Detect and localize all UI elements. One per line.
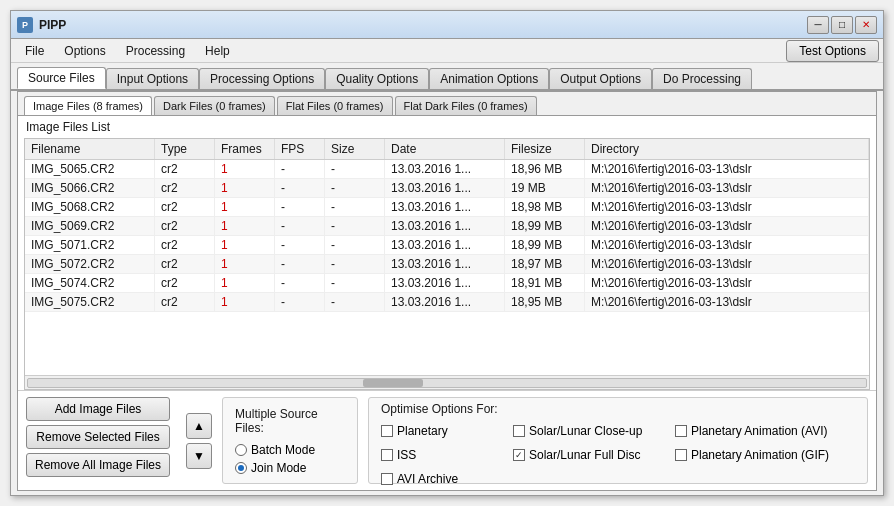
cell-date: 13.03.2016 1... (385, 293, 505, 311)
checkbox-planetary[interactable] (381, 425, 393, 437)
cell-directory: M:\2016\fertig\2016-03-13\dslr (585, 293, 869, 311)
scrollbar-thumb[interactable] (363, 379, 423, 387)
add-image-files-button[interactable]: Add Image Files (26, 397, 170, 421)
table-row[interactable]: IMG_5069.CR2 cr2 1 - - 13.03.2016 1... 1… (25, 217, 869, 236)
cell-frames: 1 (215, 179, 275, 197)
cell-frames: 1 (215, 160, 275, 178)
cell-directory: M:\2016\fertig\2016-03-13\dslr (585, 255, 869, 273)
cell-filename: IMG_5071.CR2 (25, 236, 155, 254)
subtab-dark-files[interactable]: Dark Files (0 frames) (154, 96, 275, 115)
col-fps: FPS (275, 139, 325, 159)
cell-date: 13.03.2016 1... (385, 179, 505, 197)
horizontal-scrollbar[interactable] (25, 375, 869, 389)
cell-type: cr2 (155, 179, 215, 197)
col-type: Type (155, 139, 215, 159)
table-row[interactable]: IMG_5075.CR2 cr2 1 - - 13.03.2016 1... 1… (25, 293, 869, 312)
check-planetary-gif[interactable]: Planetary Animation (GIF) (675, 444, 855, 466)
minimize-button[interactable]: ─ (807, 16, 829, 34)
table-row[interactable]: IMG_5068.CR2 cr2 1 - - 13.03.2016 1... 1… (25, 198, 869, 217)
tab-output-options[interactable]: Output Options (549, 68, 652, 89)
tab-do-processing[interactable]: Do Processing (652, 68, 752, 89)
optimise-grid: Planetary Solar/Lunar Close-up Planetary… (381, 420, 855, 490)
test-options-button[interactable]: Test Options (786, 40, 879, 62)
menu-processing[interactable]: Processing (116, 42, 195, 60)
title-bar: P PIPP ─ □ ✕ (11, 11, 883, 39)
cell-directory: M:\2016\fertig\2016-03-13\dslr (585, 217, 869, 235)
table-row[interactable]: IMG_5074.CR2 cr2 1 - - 13.03.2016 1... 1… (25, 274, 869, 293)
cell-filename: IMG_5074.CR2 (25, 274, 155, 292)
checkbox-solar-full[interactable] (513, 449, 525, 461)
tab-animation-options[interactable]: Animation Options (429, 68, 549, 89)
maximize-button[interactable]: □ (831, 16, 853, 34)
table-row[interactable]: IMG_5066.CR2 cr2 1 - - 13.03.2016 1... 1… (25, 179, 869, 198)
move-down-button[interactable]: ▼ (186, 443, 212, 469)
menu-bar: File Options Processing Help Test Option… (11, 39, 883, 63)
label-solar-close: Solar/Lunar Close-up (529, 424, 642, 438)
checkbox-planetary-avi[interactable] (675, 425, 687, 437)
cell-type: cr2 (155, 274, 215, 292)
col-frames: Frames (215, 139, 275, 159)
check-avi-archive[interactable]: AVI Archive (381, 468, 511, 490)
cell-date: 13.03.2016 1... (385, 236, 505, 254)
menu-options[interactable]: Options (54, 42, 115, 60)
col-size: Size (325, 139, 385, 159)
label-planetary: Planetary (397, 424, 448, 438)
menu-help[interactable]: Help (195, 42, 240, 60)
subtabs: Image Files (8 frames) Dark Files (0 fra… (18, 92, 876, 116)
cell-size: - (325, 274, 385, 292)
table-row[interactable]: IMG_5071.CR2 cr2 1 - - 13.03.2016 1... 1… (25, 236, 869, 255)
tab-quality-options[interactable]: Quality Options (325, 68, 429, 89)
radio-batch-mode[interactable]: Batch Mode (235, 443, 345, 457)
checkbox-avi-archive[interactable] (381, 473, 393, 485)
close-button[interactable]: ✕ (855, 16, 877, 34)
radio-batch-circle (235, 444, 247, 456)
radio-join-label: Join Mode (251, 461, 306, 475)
cell-filename: IMG_5068.CR2 (25, 198, 155, 216)
label-planetary-avi: Planetary Animation (AVI) (691, 424, 828, 438)
remove-all-image-files-button[interactable]: Remove All Image Files (26, 453, 170, 477)
tab-source-files[interactable]: Source Files (17, 67, 106, 89)
menu-file[interactable]: File (15, 42, 54, 60)
cell-fps: - (275, 255, 325, 273)
cell-frames: 1 (215, 274, 275, 292)
table-row[interactable]: IMG_5072.CR2 cr2 1 - - 13.03.2016 1... 1… (25, 255, 869, 274)
label-planetary-gif: Planetary Animation (GIF) (691, 448, 829, 462)
cell-date: 13.03.2016 1... (385, 255, 505, 273)
move-up-button[interactable]: ▲ (186, 413, 212, 439)
table-row[interactable]: IMG_5065.CR2 cr2 1 - - 13.03.2016 1... 1… (25, 160, 869, 179)
tab-input-options[interactable]: Input Options (106, 68, 199, 89)
subtab-flat-files[interactable]: Flat Files (0 frames) (277, 96, 393, 115)
check-iss[interactable]: ISS (381, 444, 511, 466)
reorder-buttons: ▲ ▼ (186, 397, 212, 484)
radio-join-mode[interactable]: Join Mode (235, 461, 345, 475)
subtab-flat-dark-files[interactable]: Flat Dark Files (0 frames) (395, 96, 537, 115)
radio-join-dot (238, 465, 244, 471)
cell-directory: M:\2016\fertig\2016-03-13\dslr (585, 160, 869, 178)
checkbox-planetary-gif[interactable] (675, 449, 687, 461)
check-planetary-avi[interactable]: Planetary Animation (AVI) (675, 420, 855, 442)
check-solar-full[interactable]: Solar/Lunar Full Disc (513, 444, 673, 466)
cell-fps: - (275, 160, 325, 178)
checkbox-iss[interactable] (381, 449, 393, 461)
cell-filesize: 18,98 MB (505, 198, 585, 216)
remove-selected-files-button[interactable]: Remove Selected Files (26, 425, 170, 449)
cell-type: cr2 (155, 217, 215, 235)
cell-filename: IMG_5072.CR2 (25, 255, 155, 273)
checkbox-solar-close[interactable] (513, 425, 525, 437)
label-solar-full: Solar/Lunar Full Disc (529, 448, 640, 462)
cell-frames: 1 (215, 293, 275, 311)
cell-filesize: 18,99 MB (505, 236, 585, 254)
check-planetary[interactable]: Planetary (381, 420, 511, 442)
cell-filesize: 18,96 MB (505, 160, 585, 178)
main-content: Image Files (8 frames) Dark Files (0 fra… (17, 91, 877, 491)
optimise-section: Optimise Options For: Planetary Solar/Lu… (368, 397, 868, 484)
tab-processing-options[interactable]: Processing Options (199, 68, 325, 89)
cell-filename: IMG_5065.CR2 (25, 160, 155, 178)
scrollbar-track[interactable] (27, 378, 867, 388)
table-body[interactable]: IMG_5065.CR2 cr2 1 - - 13.03.2016 1... 1… (25, 160, 869, 375)
subtab-image-files[interactable]: Image Files (8 frames) (24, 96, 152, 115)
cell-filesize: 18,95 MB (505, 293, 585, 311)
bottom-panel: Add Image Files Remove Selected Files Re… (18, 390, 876, 490)
check-solar-close[interactable]: Solar/Lunar Close-up (513, 420, 673, 442)
file-action-buttons: Add Image Files Remove Selected Files Re… (26, 397, 170, 484)
